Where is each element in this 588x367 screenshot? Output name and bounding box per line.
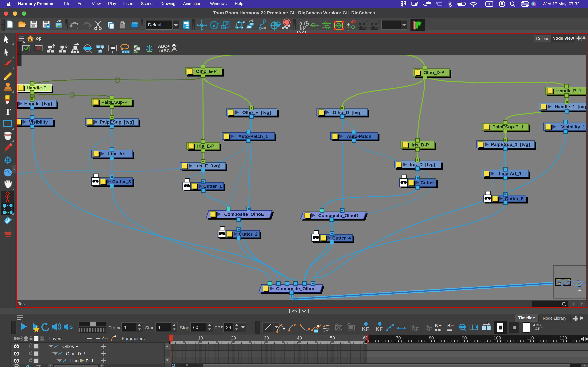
svg-text:110: 110 [527,335,534,341]
svg-text:Frame: Frame [108,325,122,330]
svg-text:Olho_E [tvg]: Olho_E [tvg] [242,110,271,115]
svg-text:Auto-Patch: Auto-Patch [347,134,371,139]
svg-text:K–: K– [447,322,454,328]
svg-text:Composite_Olhos: Composite_Olhos [276,286,315,291]
svg-text:Visibility: Visibility [29,119,48,125]
svg-text:FPS: FPS [215,325,224,330]
svg-text:Handle [tvg]: Handle [tvg] [24,101,52,106]
svg-text:PalpESup-P: PalpESup-P [101,100,128,105]
svg-text:Cutter_3: Cutter_3 [112,179,131,184]
svg-text:20: 20 [231,335,236,341]
svg-text:Olho_E-P: Olho_E-P [196,69,216,74]
svg-text:Olho_D-P: Olho_D-P [424,70,444,75]
svg-text:KF: KF [376,326,383,332]
svg-text:S: S [69,324,73,330]
svg-text:Line-Art: Line-Art [108,151,126,156]
svg-text:Cutter_4: Cutter_4 [332,235,351,241]
svg-text:KF: KF [362,326,369,332]
svg-text:Cutter_1: Cutter_1 [203,184,222,189]
svg-text:80: 80 [429,335,434,341]
svg-text:100: 100 [493,335,501,341]
svg-text:Auto-Patch_1: Auto-Patch_1 [238,134,268,139]
svg-text:70: 70 [396,335,401,341]
svg-text:Iris_E-P: Iris_E-P [197,143,214,149]
svg-text:Start: Start [145,325,155,330]
svg-text:10: 10 [198,335,203,341]
svg-text:60: 60 [193,325,198,330]
svg-text:Cutter: Cutter [421,180,434,185]
svg-text:Composite_OlhoE: Composite_OlhoE [224,212,264,217]
svg-text:40: 40 [297,335,302,341]
svg-text:PalpESup_1 [tvg]: PalpESup_1 [tvg] [491,142,530,147]
svg-text:PalpESup-P_1: PalpESup-P_1 [492,124,524,129]
svg-text:30: 30 [264,335,269,341]
svg-text:Handle_1 [tvg]: Handle_1 [tvg] [555,104,588,109]
svg-text:1: 1 [124,325,127,330]
svg-text:Line-Art_1: Line-Art_1 [499,171,521,176]
svg-text:Cutter_5: Cutter_5 [505,196,524,201]
svg-text:KF: KF [425,326,432,332]
svg-text:50: 50 [330,335,335,341]
svg-text:90: 90 [462,335,467,341]
svg-text:Cutter_2: Cutter_2 [239,232,258,237]
svg-text:Handle-P: Handle-P [26,85,46,91]
svg-text:PalpESup [tvg]: PalpESup [tvg] [100,119,134,125]
svg-text:Handle-P_1: Handle-P_1 [556,88,581,93]
svg-text:Iris_D-P: Iris_D-P [412,142,429,148]
svg-text:1: 1 [158,325,161,330]
svg-text:Iris_D [tvg]: Iris_D [tvg] [410,162,435,167]
svg-text:Stop: Stop [180,325,189,330]
svg-text:Olho_D [tvg]: Olho_D [tvg] [333,110,362,115]
svg-text:Visibility_1: Visibility_1 [561,124,585,129]
svg-text:24: 24 [226,325,231,330]
svg-text:120: 120 [560,335,567,341]
svg-text:Composite_OlhoD: Composite_OlhoD [318,213,358,218]
svg-text:K+: K+ [435,322,442,328]
svg-text:Iris_E [tvg]: Iris_E [tvg] [195,163,220,168]
